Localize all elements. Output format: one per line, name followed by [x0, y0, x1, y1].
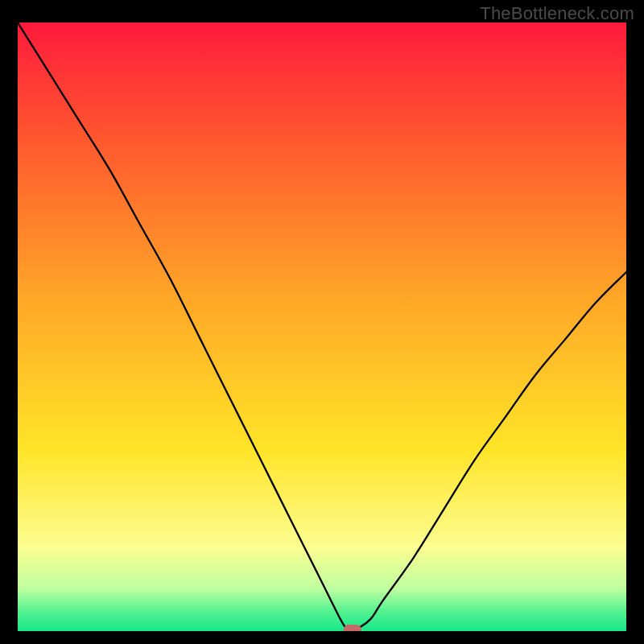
- gradient-background: [18, 23, 626, 631]
- optimal-marker: [344, 625, 361, 631]
- watermark-text: TheBottleneck.com: [480, 3, 634, 24]
- plot-area: [18, 23, 626, 631]
- chart-frame: TheBottleneck.com: [0, 0, 644, 644]
- bottleneck-chart: [18, 23, 626, 631]
